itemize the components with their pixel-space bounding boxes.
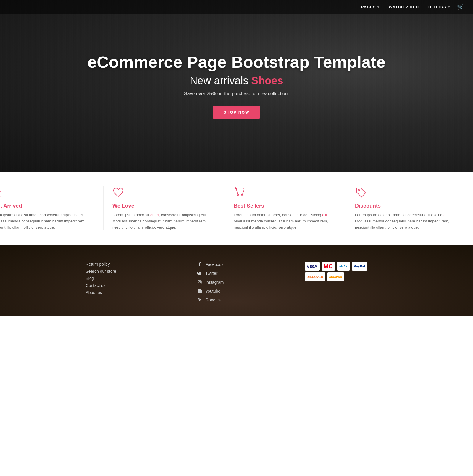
- svg-point-1: [238, 195, 239, 196]
- twitter-icon: [197, 271, 202, 276]
- payment-amazon: amazon: [327, 272, 344, 281]
- payment-visa: VISA: [305, 262, 320, 271]
- googleplus-icon: [197, 297, 202, 303]
- footer-social-youtube[interactable]: Youtube: [197, 288, 224, 294]
- footer-social-twitter[interactable]: Twitter: [197, 271, 224, 276]
- footer-social-googleplus[interactable]: Google+: [197, 297, 224, 303]
- footer-social-col: Facebook Twitter Instagram Youtube: [197, 262, 224, 304]
- svg-point-3: [358, 190, 360, 191]
- footer: Return policy Search our store Blog Cont…: [0, 245, 473, 316]
- feature-best-sellers-text: Lorem ipsum dolor sit amet, consectetur …: [234, 212, 337, 230]
- nav-blocks[interactable]: BLOCKS ▾: [428, 5, 450, 9]
- footer-link-contact[interactable]: Contact us: [86, 283, 117, 288]
- instagram-icon: [197, 280, 202, 285]
- nav-watch-video[interactable]: WATCH VIDEO: [389, 5, 419, 9]
- hero-subtitle: New arrivals Shoes: [88, 75, 385, 87]
- svg-point-5: [199, 281, 201, 283]
- heart-icon: [112, 186, 124, 198]
- footer-payments-col: VISA MC AMEX PayPal DISCOVER amazon: [305, 262, 388, 281]
- cart-icon[interactable]: 🛒: [457, 4, 464, 10]
- feature-just-arrived: Just Arrived Lorem ipsum dolor sit amet,…: [0, 186, 104, 230]
- svg-marker-0: [0, 188, 2, 196]
- feature-best-sellers-title: Best Sellers: [234, 203, 337, 209]
- footer-social-instagram[interactable]: Instagram: [197, 280, 224, 285]
- svg-point-2: [241, 195, 243, 196]
- svg-rect-4: [198, 280, 201, 284]
- features-section: Just Arrived Lorem ipsum dolor sit amet,…: [0, 172, 473, 245]
- shop-now-button[interactable]: SHOP NOW: [213, 106, 260, 119]
- feature-just-arrived-title: Just Arrived: [0, 203, 94, 209]
- feature-just-arrived-text: Lorem ipsum dolor sit amet, consectetur …: [0, 212, 94, 230]
- footer-inner: Return policy Search our store Blog Cont…: [74, 262, 399, 304]
- hero-section: eCommerce Page Bootstrap Template New ar…: [0, 0, 473, 172]
- star-icon: [0, 186, 3, 198]
- chevron-down-icon: ▾: [377, 5, 379, 9]
- feature-discounts-text: Lorem ipsum dolor sit amet, consectetur …: [355, 212, 458, 230]
- youtube-icon: [197, 288, 202, 294]
- feature-best-sellers: Best Sellers Lorem ipsum dolor sit amet,…: [225, 186, 346, 230]
- footer-link-return-policy[interactable]: Return policy: [86, 262, 117, 267]
- footer-link-blog[interactable]: Blog: [86, 276, 117, 281]
- hero-title: eCommerce Page Bootstrap Template: [88, 53, 385, 71]
- footer-link-search[interactable]: Search our store: [86, 269, 117, 274]
- footer-social-facebook[interactable]: Facebook: [197, 262, 224, 267]
- payment-icons: VISA MC AMEX PayPal DISCOVER amazon: [305, 262, 388, 281]
- footer-links-col: Return policy Search our store Blog Cont…: [86, 262, 117, 295]
- payment-amex: AMEX: [337, 262, 350, 271]
- chevron-down-icon: ▾: [448, 5, 450, 9]
- cart-icon: [234, 186, 246, 198]
- facebook-icon: [197, 262, 202, 267]
- footer-link-about[interactable]: About us: [86, 290, 117, 295]
- hero-content: eCommerce Page Bootstrap Template New ar…: [76, 53, 397, 119]
- feature-discounts: Discounts Lorem ipsum dolor sit amet, co…: [346, 186, 467, 230]
- hero-description: Save over 25% on the purchase of new col…: [88, 91, 385, 96]
- feature-we-love-title: We Love: [112, 203, 216, 209]
- payment-mastercard: MC: [322, 262, 335, 271]
- payment-discover: DISCOVER: [305, 272, 325, 281]
- svg-point-6: [201, 281, 201, 282]
- feature-we-love-text: Lorem ipsum dolor sit amet, consectetur …: [112, 212, 216, 230]
- navbar: PAGES ▾ WATCH VIDEO BLOCKS ▾ 🛒: [0, 0, 473, 14]
- feature-discounts-title: Discounts: [355, 203, 458, 209]
- feature-we-love: We Love Lorem ipsum dolor sit amet, cons…: [104, 186, 225, 230]
- nav-pages[interactable]: PAGES ▾: [361, 5, 380, 9]
- tag-icon: [355, 186, 367, 198]
- payment-paypal: PayPal: [352, 262, 367, 271]
- features-row: Just Arrived Lorem ipsum dolor sit amet,…: [0, 172, 473, 245]
